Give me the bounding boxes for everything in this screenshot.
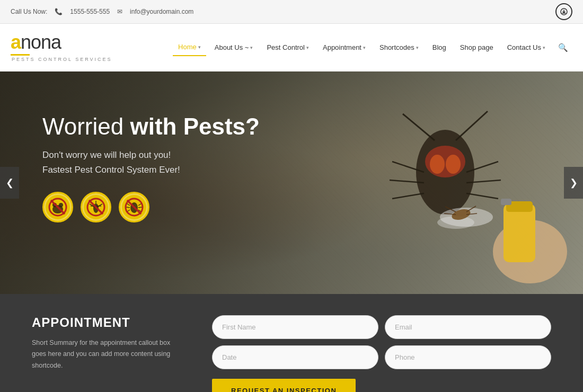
svg-line-42 [138, 210, 142, 212]
header: anona PESTS CONTROL SERVICES Home ▾ Abou… [0, 24, 583, 72]
appointment-description: Short Summary for the appointment callou… [32, 337, 180, 371]
svg-line-31 [90, 204, 95, 207]
chevron-down-icon: ▾ [198, 44, 201, 50]
topbar: Call Us Now: 📞 1555-555-555 ✉ info@yourd… [0, 0, 583, 24]
nav-shop[interactable]: Shop page [455, 39, 499, 56]
request-inspection-button[interactable]: REQUEST AN INSPECTION [212, 379, 356, 392]
phone-number[interactable]: 1555-555-555 [70, 8, 110, 15]
svg-line-41 [138, 207, 142, 208]
svg-line-38 [126, 207, 130, 208]
phone-input[interactable] [385, 345, 551, 369]
logo-underline [11, 54, 30, 56]
logo-nona: nona [21, 31, 61, 53]
svg-line-27 [51, 200, 65, 214]
email-input[interactable] [385, 315, 551, 339]
svg-point-28 [49, 199, 66, 216]
nav-shortcodes[interactable]: Shortcodes ▾ [374, 39, 424, 56]
logo-wordmark: anona [11, 33, 112, 52]
main-nav: Home ▾ About Us ~ ▾ Pest Control ▾ Appoi… [173, 39, 572, 57]
nav-contact[interactable]: Contact Us ▾ [502, 39, 551, 56]
svg-line-40 [138, 203, 142, 206]
logo-letter-a: a [11, 31, 21, 53]
search-icon[interactable]: 🔍 [554, 39, 572, 57]
download-icon[interactable] [555, 3, 572, 20]
logo[interactable]: anona PESTS CONTROL SERVICES [11, 33, 112, 62]
slider-next-button[interactable]: ❯ [564, 167, 583, 199]
nav-pest-control[interactable]: Pest Control ▾ [261, 39, 314, 56]
svg-line-34 [89, 200, 103, 214]
svg-point-25 [52, 203, 57, 207]
slider-prev-button[interactable]: ❮ [0, 167, 19, 199]
chevron-down-icon: ▾ [306, 45, 309, 50]
svg-point-35 [87, 199, 104, 216]
svg-point-26 [59, 203, 63, 207]
nav-appointment[interactable]: Appointment ▾ [317, 39, 371, 56]
chevron-down-icon: ▾ [363, 45, 366, 50]
hero-title-bold: with Pests? [130, 113, 260, 139]
email-icon: ✉ [117, 8, 122, 15]
appointment-inputs [212, 315, 551, 369]
first-name-input[interactable] [212, 315, 378, 339]
hero-title-light: Worried [42, 113, 130, 139]
hero-content: Worried with Pests? Don't worry we will … [42, 114, 260, 222]
pest-icon-mouse [42, 192, 73, 222]
svg-point-36 [130, 202, 138, 213]
pest-icon-mosquito [81, 192, 111, 222]
nav-home[interactable]: Home ▾ [173, 39, 206, 56]
call-label: Call Us Now: [11, 8, 47, 15]
svg-line-32 [97, 204, 102, 207]
logo-sub: PESTS CONTROL SERVICES [11, 57, 112, 62]
chevron-down-icon: ▾ [543, 45, 545, 50]
chevron-down-icon: ▾ [250, 45, 253, 50]
svg-rect-16 [501, 199, 511, 205]
svg-line-43 [127, 200, 141, 214]
nav-about[interactable]: About Us ~ ▾ [209, 39, 259, 56]
appointment-form: REQUEST AN INSPECTION [212, 315, 551, 392]
svg-line-37 [127, 203, 130, 206]
hero-spray-image [413, 135, 583, 294]
svg-rect-14 [504, 204, 535, 262]
phone-icon: 📞 [55, 8, 63, 15]
date-input[interactable] [212, 345, 378, 369]
svg-line-39 [127, 210, 130, 212]
chevron-down-icon: ▾ [416, 45, 419, 50]
appointment-title: APPOINTMENT [32, 315, 180, 330]
svg-point-44 [126, 199, 143, 216]
appointment-section: APPOINTMENT Short Summary for the appoin… [0, 294, 583, 392]
appointment-info: APPOINTMENT Short Summary for the appoin… [32, 315, 180, 371]
svg-point-24 [52, 205, 63, 213]
svg-point-29 [93, 203, 99, 213]
topbar-contact: Call Us Now: 📞 1555-555-555 ✉ info@yourd… [11, 8, 193, 15]
hero-subtitle: Don't worry we will help out you! Fastes… [42, 148, 260, 176]
pest-icon-cockroach [119, 192, 149, 222]
hero-pest-icons [42, 192, 260, 222]
nav-blog[interactable]: Blog [427, 39, 452, 56]
hero-section: Worried with Pests? Don't worry we will … [0, 72, 583, 294]
hero-title: Worried with Pests? [42, 114, 260, 139]
email-address[interactable]: info@yourdomain.com [130, 8, 193, 15]
